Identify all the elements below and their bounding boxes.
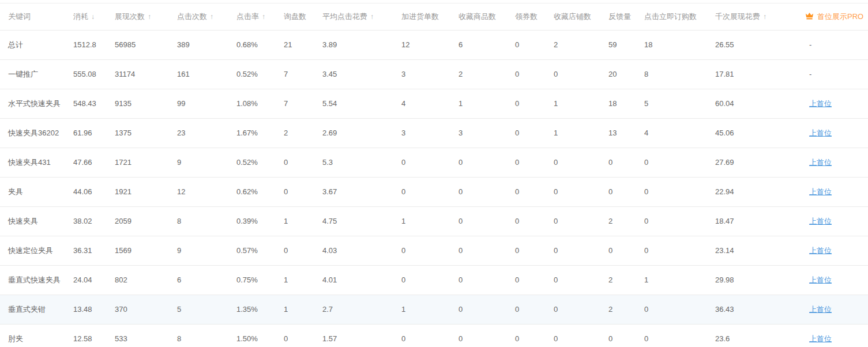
cell-add_to_purchase: 0 — [393, 324, 450, 347]
cell-inquiries: 7 — [276, 89, 314, 118]
cell-feedback: 18 — [600, 89, 636, 118]
cell-coupons_claimed: 0 — [507, 118, 546, 148]
column-label: 展现次数 — [115, 12, 145, 21]
cell-fav_stores: 1 — [546, 118, 600, 148]
cell-clicks: 9 — [169, 236, 228, 265]
cell-keyword: 快速定位夹具 — [0, 236, 65, 265]
promote-to-top-link[interactable]: 上首位 — [809, 246, 832, 255]
cell-clicks: 5 — [169, 295, 228, 324]
cell-cpm: 29.98 — [707, 265, 786, 295]
cell-top_position_pro: 上首位 — [786, 206, 868, 236]
cell-inquiries: 0 — [276, 148, 314, 177]
cell-clicks: 23 — [169, 118, 228, 148]
cell-coupons_claimed: 0 — [507, 177, 546, 206]
cell-fav_products: 0 — [450, 295, 507, 324]
column-header-cpm[interactable]: 千次展现花费↑ — [707, 3, 786, 30]
cell-inquiries: 1 — [276, 295, 314, 324]
table-row: 垂直式快速夹具24.0480260.75%14.0100002129.98上首位 — [0, 265, 868, 295]
sort-ascending-icon: ↑ — [262, 13, 265, 21]
no-action-dash: - — [809, 40, 811, 49]
cell-cost: 47.66 — [65, 148, 107, 177]
column-label: 关键词 — [8, 12, 31, 21]
cell-fav_products: 1 — [450, 89, 507, 118]
column-label: 收藏商品数 — [459, 12, 496, 21]
promote-to-top-link[interactable]: 上首位 — [809, 276, 832, 284]
promote-to-top-link[interactable]: 上首位 — [809, 334, 832, 343]
promote-to-top-link[interactable]: 上首位 — [809, 217, 832, 225]
column-header-impressions[interactable]: 展现次数↑ — [107, 3, 169, 30]
cell-clicks: 6 — [169, 265, 228, 295]
column-label: 询盘数 — [284, 12, 306, 21]
column-header-cost[interactable]: 消耗↓ — [65, 3, 107, 30]
cell-top_position_pro: 上首位 — [786, 118, 868, 148]
column-label: 领券数 — [515, 12, 538, 21]
cell-add_to_purchase: 0 — [393, 148, 450, 177]
cell-keyword: 垂直式快速夹具 — [0, 265, 65, 295]
cell-cost: 555.08 — [65, 59, 107, 89]
table-header-row: 关键词消耗↓展现次数↑点击次数↑点击率↑询盘数平均点击花费↑加进货单数收藏商品数… — [0, 3, 868, 30]
cell-avg_click_cost: 4.75 — [314, 206, 393, 236]
cell-add_to_purchase: 0 — [393, 177, 450, 206]
cell-inquiries: 0 — [276, 236, 314, 265]
cell-fav_stores: 0 — [546, 324, 600, 347]
cell-keyword: 快速夹具 — [0, 206, 65, 236]
cell-ctr: 0.52% — [228, 148, 276, 177]
sort-ascending-icon: ↑ — [763, 13, 766, 21]
cell-cost: 548.43 — [65, 89, 107, 118]
column-header-clicks[interactable]: 点击次数↑ — [169, 3, 228, 30]
column-label: 千次展现花费 — [715, 12, 760, 21]
column-header-avg_click_cost[interactable]: 平均点击花费↑ — [314, 3, 393, 30]
promote-to-top-link[interactable]: 上首位 — [809, 99, 832, 108]
cell-click_order_now: 4 — [636, 118, 707, 148]
cell-fav_stores: 0 — [546, 295, 600, 324]
cell-keyword: 垂直式夹钳 — [0, 295, 65, 324]
column-header-fav_products: 收藏商品数 — [450, 3, 507, 30]
cell-inquiries: 0 — [276, 177, 314, 206]
column-label: 点击次数 — [177, 12, 207, 21]
cell-coupons_claimed: 0 — [507, 206, 546, 236]
column-header-inquiries: 询盘数 — [276, 3, 314, 30]
sort-ascending-icon: ↑ — [148, 13, 151, 21]
cell-add_to_purchase: 4 — [393, 89, 450, 118]
cell-avg_click_cost: 4.03 — [314, 236, 393, 265]
cell-impressions: 370 — [107, 295, 169, 324]
cell-feedback: 59 — [600, 30, 636, 59]
cell-impressions: 1569 — [107, 236, 169, 265]
cell-click_order_now: 8 — [636, 59, 707, 89]
cell-cost: 13.48 — [65, 295, 107, 324]
cell-cpm: 22.94 — [707, 177, 786, 206]
cell-cost: 12.58 — [65, 324, 107, 347]
cell-inquiries: 1 — [276, 206, 314, 236]
cell-click_order_now: 0 — [636, 148, 707, 177]
cell-avg_click_cost: 1.57 — [314, 324, 393, 347]
cell-ctr: 1.67% — [228, 118, 276, 148]
cell-inquiries: 2 — [276, 118, 314, 148]
cell-clicks: 8 — [169, 206, 228, 236]
column-header-click_order_now: 点击立即订购数 — [636, 3, 707, 30]
promote-to-top-link[interactable]: 上首位 — [809, 129, 832, 137]
cell-inquiries: 1 — [276, 265, 314, 295]
cell-impressions: 56985 — [107, 30, 169, 59]
cell-click_order_now: 0 — [636, 295, 707, 324]
promote-to-top-link[interactable]: 上首位 — [809, 187, 832, 196]
column-header-ctr[interactable]: 点击率↑ — [228, 3, 276, 30]
cell-keyword: 一键推广 — [0, 59, 65, 89]
cell-coupons_claimed: 0 — [507, 295, 546, 324]
cell-fav_stores: 0 — [546, 59, 600, 89]
cell-keyword: 快速夹具431 — [0, 148, 65, 177]
cell-fav_stores: 0 — [546, 177, 600, 206]
table-row: 快速定位夹具36.31156990.57%04.0300000023.14上首位 — [0, 236, 868, 265]
cell-coupons_claimed: 0 — [507, 265, 546, 295]
promote-to-top-link[interactable]: 上首位 — [809, 305, 832, 314]
cell-keyword: 水平式快速夹具 — [0, 89, 65, 118]
cell-fav_products: 0 — [450, 265, 507, 295]
column-header-top_position_pro[interactable]: 首位展示PRO — [786, 3, 868, 30]
no-action-dash: - — [809, 70, 811, 78]
cell-click_order_now: 0 — [636, 236, 707, 265]
cell-feedback: 0 — [600, 148, 636, 177]
cell-impressions: 9135 — [107, 89, 169, 118]
promote-to-top-link[interactable]: 上首位 — [809, 158, 832, 167]
cell-inquiries: 21 — [276, 30, 314, 59]
table-row: 总计1512.8569853890.68%213.8912602591826.5… — [0, 30, 868, 59]
cell-clicks: 161 — [169, 59, 228, 89]
